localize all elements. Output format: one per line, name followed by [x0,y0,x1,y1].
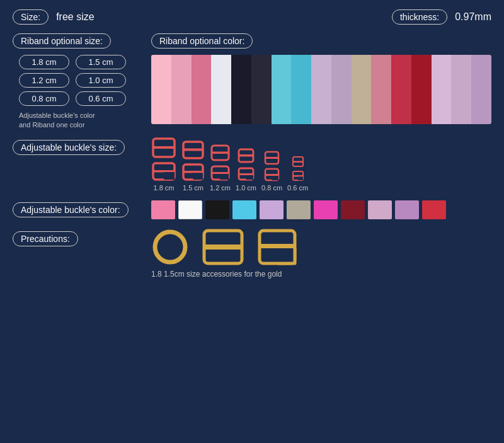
riband-section: Riband optional size: 1.8 cm 1.5 cm 1.2 … [13,33,491,130]
svg-point-30 [155,232,185,262]
buckle-bottom-1 [151,161,176,181]
stripe-4 [211,55,231,124]
color-swatch-blue[interactable] [232,200,256,219]
svg-rect-32 [204,245,242,250]
stripe-2 [171,55,192,124]
stripe-16 [451,55,471,124]
precautions-label-area: Precautions: [13,228,151,246]
buckle-top-5 [264,151,280,165]
buckle-size-label-area: Adjustable buckle's size: [13,137,151,155]
svg-rect-4 [164,172,175,180]
svg-rect-6 [183,148,203,151]
riband-size-4[interactable]: 1.0 cm [76,73,126,88]
gold-hook-icon [257,228,297,266]
buckle-size-caption-6: 0.6 cm [287,184,308,192]
riband-size-3[interactable]: 1.2 cm [19,73,69,88]
thickness-label: thickness: [392,9,447,25]
svg-rect-13 [212,172,229,174]
gold-ring-item [151,228,189,266]
svg-rect-23 [265,174,278,176]
svg-rect-26 [293,161,303,163]
riband-size-options: 1.8 cm 1.5 cm 1.2 cm 1.0 cm 0.8 cm 0.6 c… [19,55,126,106]
riband-note: Adjustable buckle's colorand Riband one … [19,111,132,130]
svg-rect-21 [265,157,278,159]
precautions-section: Precautions: [13,228,491,279]
thickness-info: thickness: 0.97mm [392,9,491,25]
buckle-col-2: 1.5 cm [181,140,205,192]
gold-caption: 1.8 1.5cm size accessories for the gold [151,270,491,279]
buckle-size-caption-1: 1.8 cm [153,184,174,192]
buckle-top-6 [292,156,304,168]
stripe-3 [192,55,212,124]
buckle-size-caption-3: 1.2 cm [210,184,231,192]
buckle-bottom-2 [181,163,205,181]
gold-ring-icon [151,228,189,266]
gold-items-area: 1.8 1.5cm size accessories for the gold [151,228,491,279]
buckle-size-section: Adjustable buckle's size: 1.8 cm [13,137,491,192]
buckle-col-5: 0.8 cm [261,151,282,192]
stripe-12 [371,55,391,124]
gold-hook-item [257,228,297,266]
buckle-size-caption-5: 0.8 cm [261,184,282,192]
stripe-9 [311,55,331,124]
color-swatches-row [151,200,446,219]
svg-rect-3 [153,170,175,173]
color-swatch-rose[interactable] [368,200,392,219]
svg-rect-16 [239,154,253,157]
buckle-bottom-5 [264,168,280,181]
color-swatch-beige[interactable] [287,200,311,219]
stripe-7 [272,55,292,124]
gold-items-row [151,228,491,266]
color-swatch-purple[interactable] [395,200,419,219]
buckle-color-section: Adjustable buckle's color: [13,200,491,219]
size-info: Size: free size [13,9,94,25]
riband-color-stripes [151,55,491,124]
color-swatch-white[interactable] [178,200,202,219]
color-swatch-red[interactable] [422,200,446,219]
gold-slider-icon [202,228,244,266]
svg-rect-19 [246,175,254,180]
riband-size-6[interactable]: 0.6 cm [76,91,126,106]
size-value: free size [56,11,94,23]
color-swatch-magenta[interactable] [314,200,338,219]
svg-rect-34 [260,244,295,248]
buckle-top-4 [237,147,255,164]
svg-rect-8 [183,171,203,173]
buckle-top-2 [181,140,205,160]
riband-optional-color-label: Riband optional color: [151,33,253,49]
riband-size-2[interactable]: 1.5 cm [76,55,126,69]
stripe-1 [151,55,171,124]
gold-slider-item [202,228,244,266]
buckle-bottom-3 [210,164,231,181]
buckle-bottom-6 [292,170,304,181]
color-swatch-wine[interactable] [341,200,365,219]
buckle-top-1 [151,137,176,159]
buckle-top-3 [210,144,231,162]
buckle-col-6: 0.6 cm [287,156,308,192]
svg-rect-28 [293,175,303,177]
svg-rect-24 [272,176,279,180]
riband-size-5[interactable]: 0.8 cm [19,91,69,106]
precautions-label: Precautions: [13,231,78,246]
color-swatch-pink[interactable] [151,200,175,219]
buckle-size-caption-2: 1.5 cm [183,184,203,192]
riband-left-panel: Riband optional size: 1.8 cm 1.5 cm 1.2 … [13,33,151,130]
color-swatch-black[interactable] [205,200,229,219]
stripe-10 [331,55,352,124]
color-swatch-lavender[interactable] [260,200,284,219]
svg-rect-35 [278,248,295,263]
buckle-col-3: 1.2 cm [210,144,231,192]
riband-size-1[interactable]: 1.8 cm [19,55,69,69]
stripe-14 [411,55,432,124]
buckle-col-1: 1.8 cm [151,137,176,192]
buckle-color-label-area: Adjustable buckle's color: [13,202,151,217]
stripe-5 [231,55,251,124]
stripe-6 [251,55,272,124]
riband-right-panel: Riband optional color: [151,33,491,124]
stripe-15 [432,55,452,124]
svg-rect-14 [220,174,229,180]
svg-rect-18 [239,173,253,175]
buckles-display-area: 1.8 cm 1.5 cm [151,137,491,192]
thickness-value: 0.97mm [455,11,491,23]
stripe-17 [471,55,491,124]
